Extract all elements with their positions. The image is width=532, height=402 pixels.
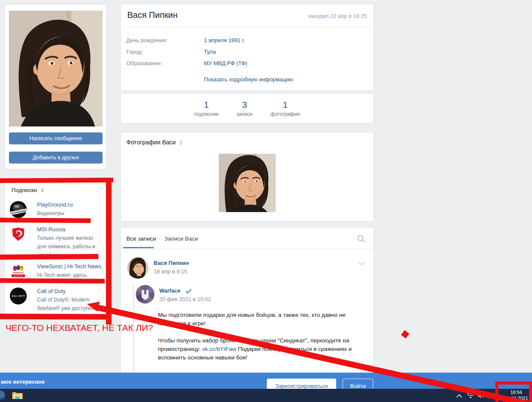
post-author-name[interactable]: Вася Пипкин xyxy=(154,260,189,266)
photos-count: 1 xyxy=(180,139,183,146)
info-value-city[interactable]: Тула xyxy=(204,49,216,55)
msi-logo-icon[interactable] xyxy=(10,226,27,243)
annotation-box-right xyxy=(106,179,112,324)
viewsonic-logo-icon[interactable] xyxy=(10,263,27,280)
info-label-education: Образование: xyxy=(126,60,162,66)
tab-owner-posts[interactable]: Записи Васи xyxy=(164,235,198,242)
tray-chevron-icon[interactable] xyxy=(456,393,462,400)
subscription-item-viewsonic: ViewSonic | Hi-Tech News Hi-Tech живет з… xyxy=(9,262,103,279)
taskbar-app-icon[interactable] xyxy=(0,391,5,401)
promo-bar-label: мое интересное xyxy=(1,379,45,385)
subscription-name[interactable]: MSI Russia xyxy=(37,226,65,233)
subscription-name[interactable]: Call of Duty xyxy=(37,288,66,294)
annotation-clock-box xyxy=(495,382,532,402)
post-menu-chevron-icon[interactable] xyxy=(358,260,365,267)
last-seen-text: заходил 22 апр в 18:25 xyxy=(308,13,367,19)
profile-photo-card: Написать сообщение Добавить в друзья xyxy=(4,4,106,169)
profile-info-card: Вася Пипкин заходил 22 апр в 18:25 День … xyxy=(120,4,374,91)
repost-date[interactable]: 20 фев 2021 в 15:02 xyxy=(159,296,211,302)
annotation-strike-3 xyxy=(0,278,105,283)
info-value-birthday[interactable]: 1 апреля 1991 г. xyxy=(204,37,245,43)
photo-thumbnail[interactable] xyxy=(219,154,276,212)
subscriptions-title[interactable]: Подписки xyxy=(11,187,37,193)
annotation-strike-2 xyxy=(0,254,98,260)
promo-link[interactable]: vk.cc/bYIFaw xyxy=(202,346,236,352)
add-friend-button[interactable]: Добавить в друзья xyxy=(9,152,103,164)
wall-search-icon[interactable] xyxy=(357,235,365,244)
post-author-avatar[interactable] xyxy=(127,257,149,279)
annotation-box-top xyxy=(0,178,113,183)
subscription-item-playground: PlayGround.ru Видеоигры xyxy=(9,201,103,218)
active-tab-underline xyxy=(123,247,154,248)
counter-photos[interactable]: 1 фотография xyxy=(271,100,300,117)
playground-logo-icon[interactable] xyxy=(10,201,27,218)
windows-taskbar: РУС 18:56 26.04.2021 xyxy=(0,389,532,402)
counter-followers[interactable]: 1 подписчик xyxy=(194,100,218,117)
wall-card: Все записи Записи Васи Вася Пипкин 18 ап… xyxy=(120,227,374,375)
photos-card: Фотографии Васи 1 xyxy=(120,132,374,221)
send-message-button[interactable]: Написать сообщение xyxy=(9,132,103,144)
file-explorer-icon[interactable] xyxy=(12,391,23,401)
subscription-desc: Видеоигры xyxy=(37,209,103,218)
annotation-text: ЧЕГО-ТО НЕХВАТАЕТ, НЕ ТАК ЛИ? xyxy=(6,323,153,333)
vk-profile-page: Написать сообщение Добавить в друзья Под… xyxy=(0,0,532,402)
cod-logo-icon[interactable] xyxy=(10,287,27,304)
post-date[interactable]: 18 апр в 9:15 xyxy=(154,268,187,275)
info-label-birthday: День рождения: xyxy=(126,37,168,43)
repost-text: Мы подготовили подарки для новых бойцов,… xyxy=(158,311,367,362)
profile-name: Вася Пипкин xyxy=(127,10,177,20)
annotation-box-bottom xyxy=(0,314,110,320)
annotation-strike-1 xyxy=(0,218,91,223)
subscription-name[interactable]: PlayGround.ru xyxy=(37,201,73,208)
subscription-name[interactable]: ViewSonic | Hi-Tech News xyxy=(37,263,101,270)
repost-author-name[interactable]: Warface xyxy=(159,287,180,294)
tab-all-posts[interactable]: Все записи xyxy=(126,235,156,242)
counter-posts[interactable]: 3 записи xyxy=(236,100,252,117)
show-more-info-link[interactable]: Показать подробную информацию xyxy=(204,76,293,83)
info-value-education[interactable]: МУ МВД РФ (ТФ) xyxy=(204,60,247,66)
counters-card: 1 подписчик 3 записи 1 фотография xyxy=(120,93,374,123)
subscriptions-card: Подписки 4 PlayGround.ru Видеоигры MSI R… xyxy=(4,182,106,318)
photos-title[interactable]: Фотографии Васи xyxy=(126,139,176,146)
subscriptions-count: 4 xyxy=(41,187,44,193)
info-label-city: Город: xyxy=(126,49,143,55)
annotation-diamond xyxy=(401,330,409,339)
repost-author-avatar[interactable] xyxy=(136,285,154,304)
profile-photo[interactable] xyxy=(9,11,103,126)
verified-icon xyxy=(186,288,192,296)
